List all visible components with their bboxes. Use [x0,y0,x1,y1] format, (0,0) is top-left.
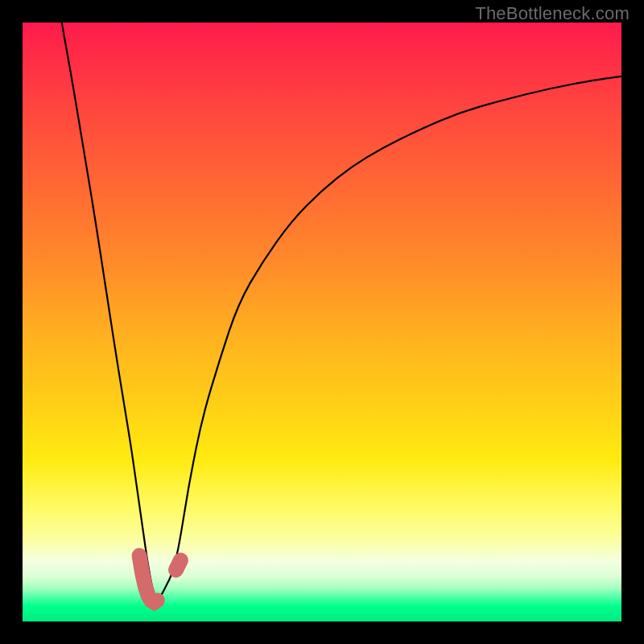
plot-gradient-bg [23,23,621,621]
watermark-label: TheBottleneck.com [475,3,630,24]
canvas-frame: TheBottleneck.com [0,0,644,644]
